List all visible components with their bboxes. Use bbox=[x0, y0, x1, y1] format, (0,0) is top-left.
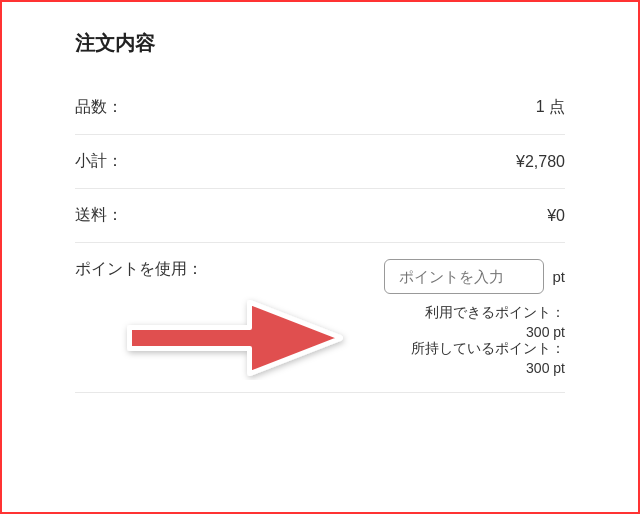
points-right-panel: pt 利用できるポイント： 300 pt 所持しているポイント： 300 pt bbox=[203, 259, 565, 376]
subtotal-row: 小計： ¥2,780 bbox=[75, 135, 565, 189]
subtotal-label: 小計： bbox=[75, 151, 123, 172]
order-summary-container: 注文内容 品数： 1 点 小計： ¥2,780 送料： ¥0 ポイントを使用： … bbox=[0, 0, 640, 423]
available-points-value: 300 pt bbox=[411, 324, 565, 340]
shipping-row: 送料： ¥0 bbox=[75, 189, 565, 243]
section-title: 注文内容 bbox=[75, 30, 565, 57]
available-points-label: 利用できるポイント： bbox=[411, 304, 565, 322]
held-points-value: 300 pt bbox=[411, 360, 565, 376]
points-use-row: ポイントを使用： pt 利用できるポイント： 300 pt 所持しているポイント… bbox=[75, 243, 565, 393]
quantity-label: 品数： bbox=[75, 97, 123, 118]
shipping-label: 送料： bbox=[75, 205, 123, 226]
points-info: 利用できるポイント： 300 pt 所持しているポイント： 300 pt bbox=[411, 304, 565, 376]
held-points-label: 所持しているポイント： bbox=[411, 340, 565, 358]
points-input-row: pt bbox=[384, 259, 565, 294]
quantity-row: 品数： 1 点 bbox=[75, 81, 565, 135]
points-unit: pt bbox=[552, 268, 565, 285]
shipping-value: ¥0 bbox=[547, 207, 565, 225]
quantity-value: 1 点 bbox=[536, 97, 565, 118]
subtotal-value: ¥2,780 bbox=[516, 153, 565, 171]
points-input[interactable] bbox=[384, 259, 544, 294]
points-use-label: ポイントを使用： bbox=[75, 259, 203, 280]
